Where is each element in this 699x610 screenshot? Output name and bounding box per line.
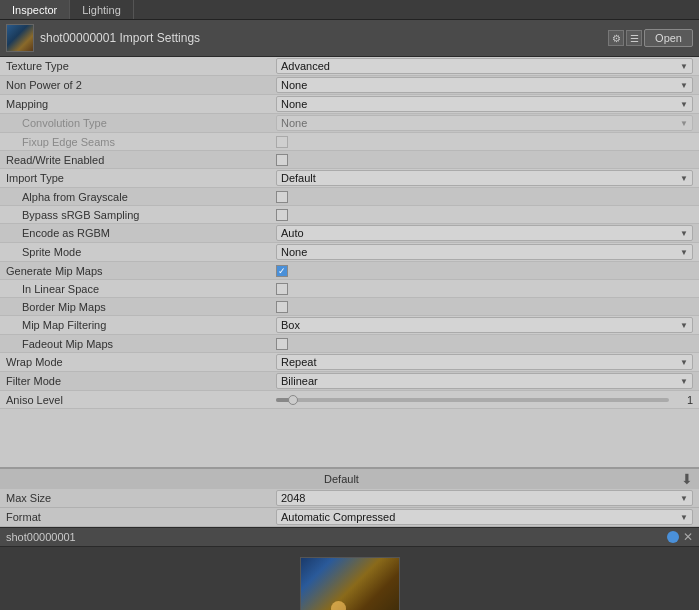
dropdown-value-3: None — [281, 117, 307, 129]
prop-control-0: Advanced▼ — [276, 58, 693, 74]
prop-label-3: Convolution Type — [6, 117, 276, 129]
property-row-3: Convolution TypeNone▼ — [0, 114, 699, 133]
max-size-row: Max Size 2048 ▼ — [0, 489, 699, 508]
tab-lighting[interactable]: Lighting — [70, 0, 134, 19]
header-icons: ⚙ ☰ Open — [608, 29, 693, 47]
dropdown-arrow-1: ▼ — [680, 81, 688, 90]
checkbox-4 — [276, 136, 288, 148]
asset-thumbnail — [6, 24, 34, 52]
preview-body: 1920x1080 sRGB (NPOT) RGB 24 bit 7.9 MB — [0, 547, 699, 610]
prop-label-15: Fadeout Mip Maps — [6, 338, 276, 350]
prop-control-7 — [276, 191, 693, 203]
property-row-7: Alpha from Grayscale — [0, 188, 699, 206]
aniso-slider-thumb[interactable] — [288, 395, 298, 405]
property-row-18: Aniso Level 1 — [0, 391, 699, 409]
dropdown-2[interactable]: None▼ — [276, 96, 693, 112]
dropdown-value-1: None — [281, 79, 307, 91]
property-row-10: Sprite ModeNone▼ — [0, 243, 699, 262]
preview-close-icon[interactable]: ✕ — [683, 530, 693, 544]
checkbox-8[interactable] — [276, 209, 288, 221]
prop-label-18: Aniso Level — [6, 394, 276, 406]
dropdown-14[interactable]: Box▼ — [276, 317, 693, 333]
prop-control-3: None▼ — [276, 115, 693, 131]
dropdown-10[interactable]: None▼ — [276, 244, 693, 260]
property-row-11: Generate Mip Maps — [0, 262, 699, 280]
checkbox-15[interactable] — [276, 338, 288, 350]
property-row-16: Wrap ModeRepeat▼ — [0, 353, 699, 372]
prop-control-14: Box▼ — [276, 317, 693, 333]
prop-label-12: In Linear Space — [6, 283, 276, 295]
dropdown-value-0: Advanced — [281, 60, 330, 72]
dropdown-arrow-9: ▼ — [680, 229, 688, 238]
checkbox-13[interactable] — [276, 301, 288, 313]
prop-control-15 — [276, 338, 693, 350]
checkbox-11[interactable] — [276, 265, 288, 277]
dropdown-9[interactable]: Auto▼ — [276, 225, 693, 241]
prop-label-7: Alpha from Grayscale — [6, 191, 276, 203]
dropdown-16[interactable]: Repeat▼ — [276, 354, 693, 370]
header-title: shot00000001 Import Settings — [40, 31, 200, 45]
format-dropdown[interactable]: Automatic Compressed ▼ — [276, 509, 693, 525]
dropdown-arrow-0: ▼ — [680, 62, 688, 71]
prop-label-9: Encode as RGBM — [6, 227, 276, 239]
preview-color-icon — [667, 531, 679, 543]
property-row-9: Encode as RGBMAuto▼ — [0, 224, 699, 243]
preview-image — [300, 557, 400, 610]
prop-label-11: Generate Mip Maps — [6, 265, 276, 277]
dropdown-17[interactable]: Bilinear▼ — [276, 373, 693, 389]
preview-header: shot00000001 ✕ — [0, 527, 699, 547]
aniso-value: 1 — [673, 394, 693, 406]
dropdown-arrow-2: ▼ — [680, 100, 688, 109]
prop-control-6: Default▼ — [276, 170, 693, 186]
prop-label-1: Non Power of 2 — [6, 79, 276, 91]
prop-label-16: Wrap Mode — [6, 356, 276, 368]
prop-control-18: 1 — [276, 394, 693, 406]
checkbox-7[interactable] — [276, 191, 288, 203]
max-size-control: 2048 ▼ — [276, 490, 693, 506]
format-label: Format — [6, 511, 276, 523]
prop-control-13 — [276, 301, 693, 313]
prop-control-16: Repeat▼ — [276, 354, 693, 370]
settings-icon-btn[interactable]: ⚙ — [608, 30, 624, 46]
property-row-14: Mip Map FilteringBox▼ — [0, 316, 699, 335]
dropdown-arrow-3: ▼ — [680, 119, 688, 128]
checkbox-12[interactable] — [276, 283, 288, 295]
prop-label-0: Texture Type — [6, 60, 276, 72]
dropdown-0[interactable]: Advanced▼ — [276, 58, 693, 74]
prop-control-10: None▼ — [276, 244, 693, 260]
aniso-row: 1 — [276, 394, 693, 406]
dropdown-arrow-16: ▼ — [680, 358, 688, 367]
dropdown-arrow-10: ▼ — [680, 248, 688, 257]
property-row-17: Filter ModeBilinear▼ — [0, 372, 699, 391]
checkbox-5[interactable] — [276, 154, 288, 166]
prop-label-5: Read/Write Enabled — [6, 154, 276, 166]
dropdown-value-16: Repeat — [281, 356, 316, 368]
tab-inspector[interactable]: Inspector — [0, 0, 70, 19]
property-row-12: In Linear Space — [0, 280, 699, 298]
property-row-4: Fixup Edge Seams — [0, 133, 699, 151]
prop-label-10: Sprite Mode — [6, 246, 276, 258]
prop-label-8: Bypass sRGB Sampling — [6, 209, 276, 221]
dropdown-arrow-17: ▼ — [680, 377, 688, 386]
properties-panel: Texture TypeAdvanced▼Non Power of 2None▼… — [0, 57, 699, 467]
tab-lighting-label: Lighting — [82, 4, 121, 16]
dropdown-6[interactable]: Default▼ — [276, 170, 693, 186]
prop-control-4 — [276, 136, 693, 148]
prop-control-5 — [276, 154, 693, 166]
max-size-dropdown[interactable]: 2048 ▼ — [276, 490, 693, 506]
dropdown-value-6: Default — [281, 172, 316, 184]
dropdown-3: None▼ — [276, 115, 693, 131]
format-row: Format Automatic Compressed ▼ — [0, 508, 699, 527]
dropdown-value-17: Bilinear — [281, 375, 318, 387]
prop-label-17: Filter Mode — [6, 375, 276, 387]
max-size-value: 2048 — [281, 492, 305, 504]
menu-icon-btn[interactable]: ☰ — [626, 30, 642, 46]
property-row-6: Import TypeDefault▼ — [0, 169, 699, 188]
prop-label-6: Import Type — [6, 172, 276, 184]
dropdown-arrow-6: ▼ — [680, 174, 688, 183]
prop-control-8 — [276, 209, 693, 221]
prop-label-4: Fixup Edge Seams — [6, 136, 276, 148]
open-button[interactable]: Open — [644, 29, 693, 47]
tab-bar: Inspector Lighting — [0, 0, 699, 20]
dropdown-1[interactable]: None▼ — [276, 77, 693, 93]
